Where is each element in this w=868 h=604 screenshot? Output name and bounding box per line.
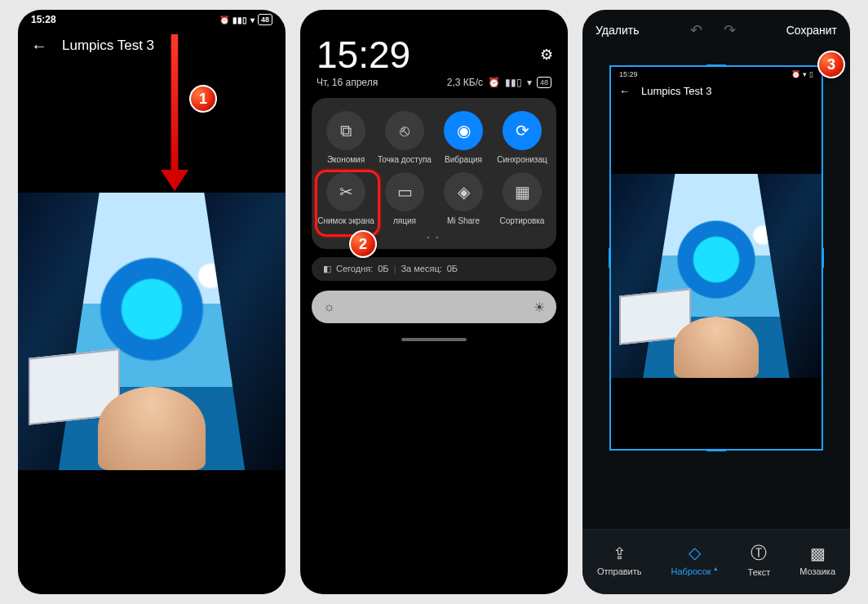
- wifi-icon: ▾: [803, 70, 807, 78]
- inner-gallery-image: [611, 174, 822, 378]
- redo-icon[interactable]: ↷: [724, 21, 736, 39]
- status-right: ⏰ ▮▮▯ ▾ 48: [219, 14, 272, 25]
- usage-today-value: 0Б: [378, 264, 388, 274]
- save-button[interactable]: Сохранит: [786, 24, 837, 37]
- back-icon: ←: [619, 85, 630, 97]
- tool-sketch[interactable]: ◇ Набросок▲: [671, 543, 719, 576]
- crop-frame[interactable]: 15:29 ⏰ ▾ ▯ ← Lumpics Test 3: [609, 65, 823, 451]
- brightness-high-icon: ☀: [534, 300, 545, 315]
- dropdown-icon: ▲: [713, 566, 719, 571]
- cast-icon: ▭: [385, 172, 424, 211]
- annotation-highlight-box: [315, 170, 380, 237]
- notification-date: Чт, 16 апреля: [317, 77, 378, 88]
- qs-tile-cast[interactable]: ▭ ляция: [375, 172, 434, 225]
- inner-header: ← Lumpics Test 3: [611, 82, 822, 100]
- signal-icon: ▮▮▯: [232, 16, 247, 24]
- tool-text[interactable]: Ⓣ Текст: [748, 542, 771, 577]
- editor-toolbar: ⇪ Отправить ◇ Набросок▲ Ⓣ Текст ▩ Мозаик…: [582, 529, 850, 594]
- share-icon: ⇪: [597, 544, 642, 563]
- text-icon: Ⓣ: [748, 542, 771, 564]
- battery-icon: ▯: [809, 70, 813, 78]
- sketch-icon: ◇: [671, 543, 719, 562]
- usage-month-value: 0Б: [447, 264, 458, 274]
- data-usage-row[interactable]: ◧ Сегодня: 0Б | За месяц: 0Б: [312, 257, 556, 281]
- tool-send[interactable]: ⇪ Отправить: [597, 544, 642, 576]
- undo-icon[interactable]: ↶: [690, 21, 702, 39]
- notification-subrow: Чт, 16 апреля 2,3 КБ/с ⏰ ▮▮▯ ▾ 48: [300, 77, 568, 98]
- phone-screen-3: Удалить ↶ ↷ Сохранит 3 15:29 ⏰ ▾ ▯: [582, 10, 850, 594]
- shade-handle[interactable]: [401, 338, 467, 341]
- alarm-icon: ⏰: [219, 16, 229, 24]
- vibration-icon: ◉: [444, 111, 483, 150]
- qs-row-1: ⧉ Экономия ⎋ Точка доступа ◉ Вибрация ⟳ …: [317, 111, 551, 164]
- gallery-image[interactable]: [18, 193, 286, 470]
- annotation-badge-1: 1: [189, 85, 217, 113]
- inner-status-bar: 15:29 ⏰ ▾ ▯: [611, 67, 822, 82]
- net-speed: 2,3 КБ/с: [447, 77, 483, 88]
- status-right: 2,3 КБ/с ⏰ ▮▮▯ ▾ 48: [447, 77, 551, 88]
- back-icon[interactable]: ←: [31, 37, 47, 56]
- qs-tile-hotspot[interactable]: ⎋ Точка доступа: [375, 111, 434, 164]
- inner-title: Lumpics Test 3: [641, 85, 711, 97]
- battery-indicator: 48: [537, 77, 551, 88]
- alarm-icon: ⏰: [791, 70, 800, 78]
- sim-icon: ◧: [323, 264, 331, 274]
- phone-screen-2: 15:29 ⚙ Чт, 16 апреля 2,3 КБ/с ⏰ ▮▮▯ ▾ 4…: [300, 10, 568, 594]
- qs-tile-sync[interactable]: ⟳ Синхронизац: [493, 111, 551, 164]
- wifi-icon: ▾: [527, 77, 532, 88]
- annotation-badge-2: 2: [349, 230, 377, 258]
- annotation-badge-3: 3: [817, 51, 845, 78]
- battery-indicator: 48: [258, 14, 272, 25]
- status-bar: 15:28 ⏰ ▮▮▯ ▾ 48: [18, 10, 286, 29]
- tool-mosaic[interactable]: ▩ Мозаика: [799, 544, 835, 576]
- header-title: Lumpics Test 3: [62, 38, 154, 54]
- usage-month-label: За месяц:: [401, 264, 441, 274]
- brightness-low-icon: ☼: [323, 300, 335, 314]
- mishare-icon: ◈: [444, 172, 483, 211]
- sync-icon: ⟳: [503, 111, 542, 150]
- editor-top-bar: Удалить ↶ ↷ Сохранит: [582, 10, 850, 51]
- signal-icon: ▮▮▯: [505, 77, 522, 88]
- battery-plus-icon: ⧉: [326, 111, 365, 150]
- alarm-icon: ⏰: [488, 77, 500, 88]
- status-time: 15:28: [31, 14, 56, 25]
- settings-icon[interactable]: ⚙: [540, 46, 553, 64]
- brightness-slider[interactable]: ☼ ☀: [312, 291, 556, 323]
- qs-tile-mishare[interactable]: ◈ Mi Share: [434, 172, 493, 225]
- inner-status-time: 15:29: [619, 70, 638, 78]
- usage-today-label: Сегодня:: [336, 264, 373, 274]
- wifi-icon: ▾: [250, 16, 255, 24]
- qs-tile-vibration[interactable]: ◉ Вибрация: [434, 111, 493, 164]
- hotspot-icon: ⎋: [385, 111, 424, 150]
- qs-tile-sort[interactable]: ▦ Сортировка: [493, 172, 551, 225]
- gallery-header: ← Lumpics Test 3: [18, 29, 286, 62]
- phone-screen-1: 15:28 ⏰ ▮▮▯ ▾ 48 ← Lumpics Test 3 1: [18, 10, 286, 594]
- mosaic-icon: ▩: [799, 544, 835, 563]
- notification-time: 15:29: [300, 24, 568, 77]
- annotation-arrow-down: [163, 34, 186, 189]
- delete-button[interactable]: Удалить: [596, 24, 639, 37]
- grid-icon: ▦: [503, 172, 542, 211]
- qs-tile-battery-saver[interactable]: ⧉ Экономия: [317, 111, 375, 164]
